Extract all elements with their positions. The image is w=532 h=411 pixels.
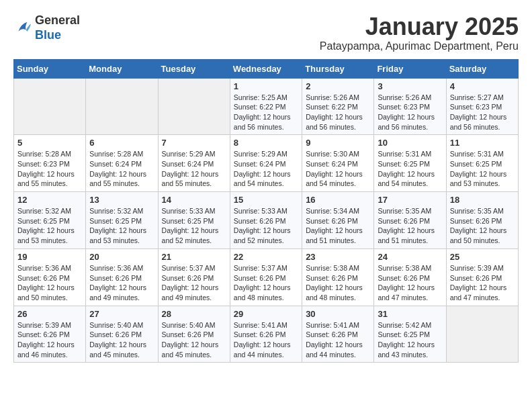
calendar-cell: 13Sunrise: 5:32 AM Sunset: 6:25 PM Dayli… (86, 192, 158, 249)
weekday-header-sunday: Sunday (14, 59, 86, 78)
calendar-cell: 4Sunrise: 5:27 AM Sunset: 6:23 PM Daylig… (446, 78, 518, 135)
day-info: Sunrise: 5:26 AM Sunset: 6:23 PM Dayligh… (378, 93, 442, 132)
calendar-cell (158, 78, 230, 135)
calendar-cell: 18Sunrise: 5:35 AM Sunset: 6:26 PM Dayli… (446, 192, 518, 249)
day-info: Sunrise: 5:38 AM Sunset: 6:26 PM Dayligh… (306, 263, 370, 303)
day-number: 10 (378, 138, 442, 148)
calendar-cell: 16Sunrise: 5:34 AM Sunset: 6:26 PM Dayli… (302, 192, 374, 249)
weekday-header-wednesday: Wednesday (230, 59, 302, 78)
day-number: 26 (17, 309, 82, 319)
day-number: 11 (450, 138, 515, 148)
calendar-cell: 1Sunrise: 5:25 AM Sunset: 6:22 PM Daylig… (230, 78, 302, 135)
day-number: 5 (17, 138, 82, 148)
calendar-cell: 23Sunrise: 5:38 AM Sunset: 6:26 PM Dayli… (302, 248, 374, 306)
day-number: 9 (306, 138, 370, 148)
day-number: 6 (89, 138, 154, 148)
calendar-table: SundayMondayTuesdayWednesdayThursdayFrid… (13, 59, 519, 363)
day-number: 17 (378, 195, 442, 205)
location-subtitle: Pataypampa, Apurimac Department, Peru (320, 40, 519, 52)
day-number: 13 (89, 195, 154, 205)
logo-text: General Blue (35, 13, 80, 42)
day-info: Sunrise: 5:34 AM Sunset: 6:26 PM Dayligh… (306, 206, 370, 246)
day-info: Sunrise: 5:31 AM Sunset: 6:25 PM Dayligh… (450, 149, 515, 189)
calendar-cell: 17Sunrise: 5:35 AM Sunset: 6:26 PM Dayli… (374, 192, 446, 249)
logo-icon (13, 19, 32, 38)
day-number: 4 (450, 81, 515, 91)
page-header: General Blue January 2025 Pataypampa, Ap… (13, 13, 519, 52)
calendar-cell: 19Sunrise: 5:36 AM Sunset: 6:26 PM Dayli… (14, 248, 86, 306)
day-info: Sunrise: 5:29 AM Sunset: 6:24 PM Dayligh… (162, 149, 226, 189)
day-info: Sunrise: 5:36 AM Sunset: 6:26 PM Dayligh… (17, 263, 82, 303)
day-info: Sunrise: 5:28 AM Sunset: 6:24 PM Dayligh… (89, 149, 154, 189)
day-number: 1 (234, 81, 298, 91)
day-info: Sunrise: 5:37 AM Sunset: 6:26 PM Dayligh… (162, 263, 226, 303)
day-info: Sunrise: 5:31 AM Sunset: 6:25 PM Dayligh… (378, 149, 442, 189)
day-info: Sunrise: 5:33 AM Sunset: 6:25 PM Dayligh… (162, 206, 226, 246)
day-number: 2 (306, 81, 370, 91)
logo: General Blue (13, 13, 80, 42)
calendar-cell: 31Sunrise: 5:42 AM Sunset: 6:25 PM Dayli… (374, 306, 446, 363)
day-info: Sunrise: 5:35 AM Sunset: 6:26 PM Dayligh… (378, 206, 442, 246)
day-number: 7 (162, 138, 226, 148)
calendar-cell: 26Sunrise: 5:39 AM Sunset: 6:26 PM Dayli… (14, 306, 86, 363)
calendar-cell: 27Sunrise: 5:40 AM Sunset: 6:26 PM Dayli… (86, 306, 158, 363)
day-info: Sunrise: 5:42 AM Sunset: 6:25 PM Dayligh… (378, 320, 442, 360)
day-info: Sunrise: 5:33 AM Sunset: 6:26 PM Dayligh… (234, 206, 298, 246)
day-number: 27 (89, 309, 154, 319)
day-info: Sunrise: 5:40 AM Sunset: 6:26 PM Dayligh… (162, 320, 226, 360)
calendar-cell (446, 306, 518, 363)
calendar-cell: 7Sunrise: 5:29 AM Sunset: 6:24 PM Daylig… (158, 135, 230, 192)
day-number: 19 (17, 252, 82, 262)
day-info: Sunrise: 5:41 AM Sunset: 6:26 PM Dayligh… (234, 320, 298, 360)
calendar-cell: 25Sunrise: 5:39 AM Sunset: 6:26 PM Dayli… (446, 248, 518, 306)
day-number: 22 (234, 252, 298, 262)
day-number: 28 (162, 309, 226, 319)
calendar-cell: 30Sunrise: 5:41 AM Sunset: 6:26 PM Dayli… (302, 306, 374, 363)
day-number: 29 (234, 309, 298, 319)
weekday-header-friday: Friday (374, 59, 446, 78)
calendar-cell: 5Sunrise: 5:28 AM Sunset: 6:23 PM Daylig… (14, 135, 86, 192)
day-number: 16 (306, 195, 370, 205)
day-number: 12 (17, 195, 82, 205)
calendar-cell: 24Sunrise: 5:38 AM Sunset: 6:26 PM Dayli… (374, 248, 446, 306)
calendar-cell: 21Sunrise: 5:37 AM Sunset: 6:26 PM Dayli… (158, 248, 230, 306)
day-number: 31 (378, 309, 442, 319)
calendar-cell: 11Sunrise: 5:31 AM Sunset: 6:25 PM Dayli… (446, 135, 518, 192)
day-info: Sunrise: 5:29 AM Sunset: 6:24 PM Dayligh… (234, 149, 298, 189)
day-number: 3 (378, 81, 442, 91)
calendar-cell: 15Sunrise: 5:33 AM Sunset: 6:26 PM Dayli… (230, 192, 302, 249)
day-number: 15 (234, 195, 298, 205)
calendar-cell: 2Sunrise: 5:26 AM Sunset: 6:22 PM Daylig… (302, 78, 374, 135)
calendar-cell: 3Sunrise: 5:26 AM Sunset: 6:23 PM Daylig… (374, 78, 446, 135)
weekday-header-row: SundayMondayTuesdayWednesdayThursdayFrid… (14, 59, 519, 78)
day-info: Sunrise: 5:30 AM Sunset: 6:24 PM Dayligh… (306, 149, 370, 189)
day-number: 21 (162, 252, 226, 262)
day-info: Sunrise: 5:39 AM Sunset: 6:26 PM Dayligh… (17, 320, 82, 360)
day-info: Sunrise: 5:37 AM Sunset: 6:26 PM Dayligh… (234, 263, 298, 303)
day-info: Sunrise: 5:32 AM Sunset: 6:25 PM Dayligh… (17, 206, 82, 246)
title-block: January 2025 Pataypampa, Apurimac Depart… (320, 13, 519, 52)
calendar-cell: 14Sunrise: 5:33 AM Sunset: 6:25 PM Dayli… (158, 192, 230, 249)
calendar-cell: 8Sunrise: 5:29 AM Sunset: 6:24 PM Daylig… (230, 135, 302, 192)
day-info: Sunrise: 5:36 AM Sunset: 6:26 PM Dayligh… (89, 263, 154, 303)
day-info: Sunrise: 5:25 AM Sunset: 6:22 PM Dayligh… (234, 93, 298, 132)
day-info: Sunrise: 5:32 AM Sunset: 6:25 PM Dayligh… (89, 206, 154, 246)
calendar-cell: 20Sunrise: 5:36 AM Sunset: 6:26 PM Dayli… (86, 248, 158, 306)
weekday-header-monday: Monday (86, 59, 158, 78)
day-number: 20 (89, 252, 154, 262)
day-info: Sunrise: 5:35 AM Sunset: 6:26 PM Dayligh… (450, 206, 515, 246)
calendar-week-row: 26Sunrise: 5:39 AM Sunset: 6:26 PM Dayli… (14, 306, 519, 363)
day-info: Sunrise: 5:40 AM Sunset: 6:26 PM Dayligh… (89, 320, 154, 360)
day-number: 25 (450, 252, 515, 262)
calendar-cell (86, 78, 158, 135)
calendar-cell: 6Sunrise: 5:28 AM Sunset: 6:24 PM Daylig… (86, 135, 158, 192)
calendar-cell (14, 78, 86, 135)
calendar-cell: 9Sunrise: 5:30 AM Sunset: 6:24 PM Daylig… (302, 135, 374, 192)
day-info: Sunrise: 5:26 AM Sunset: 6:22 PM Dayligh… (306, 93, 370, 132)
calendar-cell: 29Sunrise: 5:41 AM Sunset: 6:26 PM Dayli… (230, 306, 302, 363)
day-number: 8 (234, 138, 298, 148)
calendar-cell: 22Sunrise: 5:37 AM Sunset: 6:26 PM Dayli… (230, 248, 302, 306)
weekday-header-thursday: Thursday (302, 59, 374, 78)
calendar-week-row: 12Sunrise: 5:32 AM Sunset: 6:25 PM Dayli… (14, 192, 519, 249)
day-number: 23 (306, 252, 370, 262)
